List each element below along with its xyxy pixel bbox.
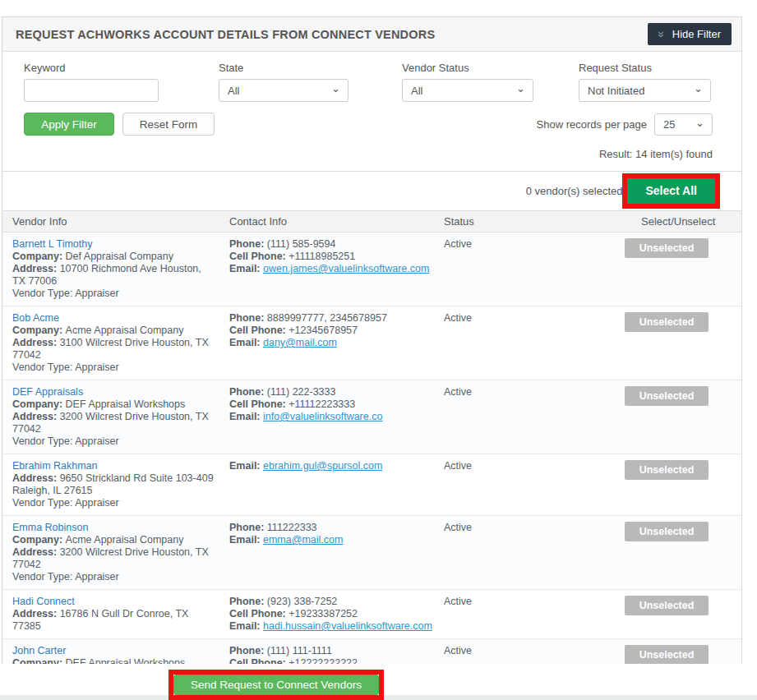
double-chevron-down-icon: »: [656, 31, 667, 38]
field-label: Phone:: [229, 645, 267, 656]
detail-line: Phone: 8889997777, 2345678957: [229, 312, 436, 325]
field-label: Vendor Type:: [12, 288, 75, 299]
field-label: Cell Phone:: [229, 325, 288, 336]
contact-info-cell: Phone: (923) 338-7252Cell Phone: +192333…: [229, 596, 444, 633]
field-value: +11112223333: [288, 398, 355, 410]
detail-line: Email: owen.james@valuelinksoftware.com: [229, 263, 436, 275]
unselected-button[interactable]: Unselected: [625, 386, 709, 406]
request-panel: REQUEST ACHWORKS ACCOUNT DETAILS FROM CO…: [2, 16, 742, 664]
table-row: DEF AppraisalsCompany: DEF Appraisal Wor…: [2, 380, 741, 454]
vendor-info-cell: Emma RobinsonCompany: Acme Appraisal Com…: [2, 522, 229, 583]
field-value: Acme Appraisal Company: [66, 325, 184, 336]
unselected-button[interactable]: Unselected: [625, 596, 709, 615]
request-status-label: Request Status: [579, 62, 711, 74]
chevron-down-icon: ⌄: [695, 117, 704, 129]
send-request-button[interactable]: Send Request to Connect Vendors: [173, 675, 379, 695]
email-link[interactable]: owen.james@valuelinksoftware.com: [263, 263, 429, 274]
filter-fields: Keyword State All ⌄ Vendor Status All ⌄ …: [2, 62, 741, 102]
email-link[interactable]: dany@mail.com: [263, 337, 337, 348]
detail-line: Email: dany@mail.com: [229, 337, 436, 349]
per-page-control: Show records per page 25 ⌄: [537, 113, 713, 136]
field-label: Vendor Type:: [12, 435, 75, 447]
filter-actions: Apply Filter Reset Form Show records per…: [2, 113, 741, 136]
select-all-button[interactable]: Select All: [627, 178, 715, 204]
detail-line: Vendor Type: Appraiser: [12, 288, 216, 300]
vendor-status-select[interactable]: All ⌄: [402, 79, 533, 102]
field-label: Email:: [229, 460, 263, 472]
state-select[interactable]: All ⌄: [219, 79, 348, 102]
request-status-field-group: Request Status Not Initiated ⌄: [579, 62, 711, 102]
status-cell: Active: [444, 522, 625, 583]
vendor-name-link[interactable]: Ebrahim Rakhman: [12, 460, 98, 472]
email-link[interactable]: ebrahim.gul@spursol.com: [263, 460, 382, 472]
table-row: Bob AcmeCompany: Acme Appraisal CompanyA…: [2, 306, 741, 380]
detail-line: Company: Acme Appraisal Company: [12, 325, 216, 337]
chevron-down-icon: ⌄: [516, 82, 525, 94]
unselected-button[interactable]: Unselected: [625, 460, 709, 480]
detail-line: Email: info@valuelinksoftware.co: [229, 411, 436, 423]
status-cell: Active: [444, 312, 625, 374]
unselected-button[interactable]: Unselected: [625, 522, 709, 541]
field-label: Email:: [229, 337, 263, 348]
field-label: Email:: [229, 411, 263, 422]
unselected-button[interactable]: Unselected: [625, 312, 709, 332]
per-page-select[interactable]: 25 ⌄: [654, 113, 713, 136]
table-row: Barnett L TimothyCompany: Def Appraisal …: [2, 233, 741, 306]
keyword-input[interactable]: [24, 79, 159, 102]
field-value: Appraiser: [75, 571, 119, 583]
field-label: Company:: [12, 534, 66, 546]
field-label: Email:: [229, 620, 263, 632]
field-value: 8889997777, 2345678957: [267, 312, 387, 324]
email-link[interactable]: hadi.hussain@valuelinksoftware.com: [263, 620, 432, 632]
vendor-name-link[interactable]: Emma Robinson: [12, 522, 88, 533]
keyword-field-group: Keyword: [24, 62, 159, 102]
state-field-group: State All ⌄: [219, 62, 348, 102]
vendor-info-cell: Barnett L TimothyCompany: Def Appraisal …: [2, 238, 229, 300]
email-link[interactable]: emma@mail.com: [263, 534, 343, 546]
reset-form-button[interactable]: Reset Form: [122, 113, 215, 136]
detail-line: Address: 10700 Richmond Ave Houston, TX …: [12, 263, 216, 288]
field-label: Phone:: [229, 522, 267, 533]
detail-line: Cell Phone: +12345678957: [229, 325, 436, 337]
status-cell: Active: [444, 596, 625, 633]
vendor-name-link[interactable]: Barnett L Timothy: [12, 238, 93, 250]
vendor-status-label: Vendor Status: [402, 62, 533, 74]
detail-line: Address: 3200 Wilcrest Drive Houston, TX…: [12, 546, 216, 571]
per-page-select-value: 25: [663, 118, 675, 131]
field-label: Cell Phone:: [229, 657, 288, 664]
panel-header: REQUEST ACHWORKS ACCOUNT DETAILS FROM CO…: [2, 17, 741, 52]
hide-filter-button[interactable]: » Hide Filter: [648, 23, 732, 45]
select-cell: Unselected: [625, 460, 741, 509]
field-label: Vendor Type:: [12, 571, 75, 583]
unselected-button[interactable]: Unselected: [625, 645, 709, 664]
select-cell: Unselected: [625, 386, 741, 448]
table-header: Vendor Info Contact Info Status Select/U…: [2, 210, 741, 233]
field-label: Address:: [12, 263, 60, 274]
vendor-name-link[interactable]: Hadi Connect: [12, 596, 75, 607]
email-link[interactable]: info@valuelinksoftware.co: [263, 411, 382, 422]
table-row: Hadi ConnectAddress: 16786 N Gull Dr Con…: [2, 590, 741, 639]
status-cell: Active: [444, 238, 625, 300]
annotation-box-select-all: Select All: [622, 173, 720, 209]
keyword-label: Keyword: [24, 62, 159, 74]
detail-line: Address: 9650 Strickland Rd Suite 103-40…: [12, 472, 216, 497]
vendor-name-link[interactable]: DEF Appraisals: [12, 386, 83, 398]
field-label: Address:: [12, 546, 60, 558]
field-value: Def Appraisal Company: [66, 251, 173, 262]
vendor-name-link[interactable]: John Carter: [12, 645, 66, 656]
footer-bar: Send Request to Connect Vendors: [0, 664, 757, 700]
apply-filter-button[interactable]: Apply Filter: [24, 113, 114, 136]
field-value: DEF Appraisal Workshops: [66, 398, 186, 410]
field-value: (111) 585-9594: [267, 238, 336, 250]
field-label: Cell Phone:: [229, 251, 288, 262]
field-label: Cell Phone:: [229, 398, 288, 410]
vendor-name-link[interactable]: Bob Acme: [12, 312, 59, 324]
select-cell: Unselected: [625, 645, 741, 664]
request-status-select[interactable]: Not Initiated ⌄: [579, 79, 711, 102]
vendor-info-cell: DEF AppraisalsCompany: DEF Appraisal Wor…: [2, 386, 229, 448]
contact-info-cell: Phone: (111) 585-9594Cell Phone: +111189…: [229, 238, 444, 300]
unselected-button[interactable]: Unselected: [625, 238, 709, 258]
detail-line: Company: Acme Appraisal Company: [12, 534, 216, 546]
detail-line: Address: 16786 N Gull Dr Conroe, TX 7738…: [12, 608, 216, 633]
contact-info-cell: Phone: 8889997777, 2345678957Cell Phone:…: [229, 312, 444, 374]
